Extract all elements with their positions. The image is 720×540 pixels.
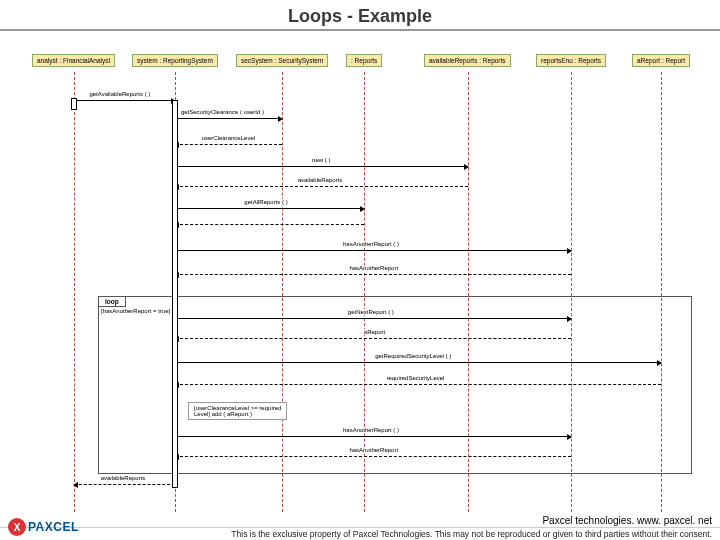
actor-box: aReport : Report [632, 54, 690, 67]
message-label: getAllReports ( ) [242, 199, 289, 205]
message-label: new ( ) [310, 157, 332, 163]
lifeline [74, 72, 75, 512]
message-label: availableReports [99, 475, 148, 481]
message-arrow [175, 384, 661, 385]
message-label: getNextReport ( ) [346, 309, 396, 315]
logo-text: PAXCEL [28, 520, 79, 534]
message-arrow [74, 484, 176, 485]
message-arrow [175, 186, 468, 187]
message-arrow [175, 224, 364, 225]
message-label: aReport [362, 329, 387, 335]
message-arrow [175, 144, 282, 145]
loop-tag: loop [99, 297, 126, 307]
inner-guard: [userClearanceLevel >= required Level] a… [188, 402, 287, 420]
message-arrow [175, 166, 468, 167]
message-arrow [175, 118, 282, 119]
actor-box: secSystem : SecuritySystem [236, 54, 328, 67]
footer-disclaimer: This is the exclusive property of Paxcel… [0, 528, 720, 540]
actor-box: reportsEnu : Reports [536, 54, 606, 67]
message-arrow [74, 100, 176, 101]
message-arrow [175, 436, 571, 437]
message-label: getAvailableReports ( ) [87, 91, 152, 97]
actor-box: availableReports : Reports [424, 54, 511, 67]
slide-title: Loops - Example [0, 0, 720, 31]
message-arrow [175, 250, 571, 251]
message-label: requiredSecurityLevel [384, 375, 446, 381]
message-label: hasAnotherReport ( ) [341, 427, 401, 433]
message-label: getRequiredSecurityLevel ( ) [373, 353, 453, 359]
message-label: getSecurityClearance ( userId ) [179, 109, 266, 115]
message-label: hasAnotherReport [347, 447, 400, 453]
sequence-diagram: analyst : FinancialAnalystsystem : Repor… [0, 38, 720, 498]
logo: X PAXCEL [8, 518, 79, 536]
actor-box: system : ReportingSystem [132, 54, 218, 67]
message-label: hasAnotherReport [347, 265, 400, 271]
message-arrow [175, 456, 571, 457]
actor-box: analyst : FinancialAnalyst [32, 54, 115, 67]
message-arrow [175, 338, 571, 339]
message-arrow [175, 208, 364, 209]
actor-box: : Reports [346, 54, 382, 67]
loop-guard: [hasAnotherReport = true] [101, 308, 170, 314]
message-label: userClearanceLevel [200, 135, 257, 141]
activation-bar [172, 100, 178, 488]
message-label: hasAnotherReport ( ) [341, 241, 401, 247]
activation-bar [71, 98, 77, 110]
message-arrow [175, 274, 571, 275]
message-label: availableReports [296, 177, 345, 183]
footer-attribution: Paxcel technologies. www. paxcel. net [0, 514, 720, 528]
footer: Paxcel technologies. www. paxcel. net Th… [0, 514, 720, 540]
message-arrow [175, 362, 661, 363]
logo-mark-icon: X [8, 518, 26, 536]
message-arrow [175, 318, 571, 319]
